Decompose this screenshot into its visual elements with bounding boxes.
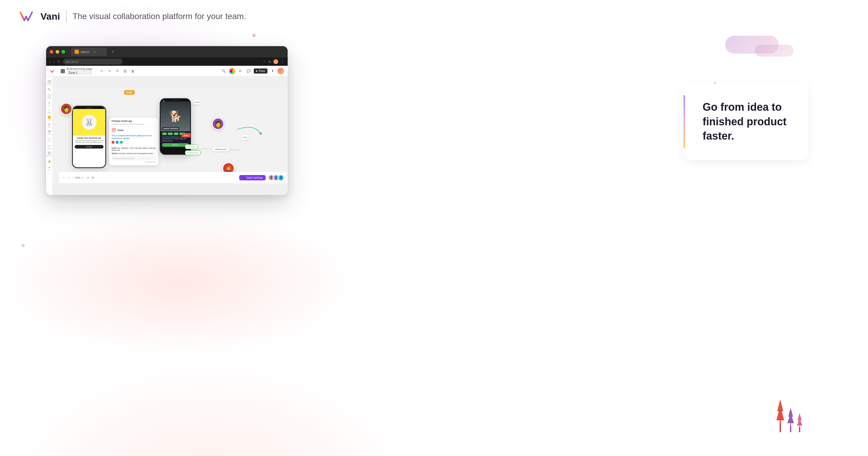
reaction-green: [120, 141, 123, 144]
sidebar-item-frame[interactable]: Frame: [46, 94, 52, 100]
sidebar-item-media[interactable]: 🖼 Media: [46, 130, 52, 136]
sidebar-item-notification[interactable]: 🔔: [46, 158, 52, 164]
comment-input-field[interactable]: Comment on @Tag someone: [112, 156, 156, 161]
comment-author-name: Sheila: [118, 129, 124, 131]
phone-left-notch: [73, 107, 105, 109]
comment-more-icon[interactable]: ⋯: [154, 129, 156, 131]
browser-tab-close[interactable]: ✕: [93, 50, 96, 54]
phone-left-content: Adopt Your favourite pet Find your favou…: [73, 136, 105, 150]
flow-button-icon: [256, 70, 258, 72]
phone-left-cta[interactable]: Find now: [75, 145, 103, 148]
comment-panel-title: Petadopt mobile app: [112, 120, 156, 122]
comment-author-avatar: [112, 128, 116, 133]
dog-adopt-button[interactable]: Adopt now: [162, 143, 189, 147]
comment-mention: @Keith: [123, 137, 129, 139]
sidebar-item-file[interactable]: 📄 File: [46, 137, 52, 143]
avatar-sheila-face: 👩: [61, 104, 72, 114]
toolbar-zone-label: Zone 1: [67, 70, 93, 75]
dog-nav-btn-2[interactable]: Care: [168, 133, 173, 135]
browser-url-text: app.vani.io: [65, 60, 79, 63]
canvas-avatar-woman: 👩: [212, 118, 224, 130]
toolbar-comment-button[interactable]: 💬: [245, 68, 252, 75]
browser-close-dot[interactable]: [50, 50, 53, 54]
toolbar-redo-button[interactable]: ↪: [106, 68, 113, 75]
chat-dot-2: [197, 102, 198, 103]
statusbar-print-icon[interactable]: 🖶: [92, 176, 94, 179]
browser-maximize-dot[interactable]: [62, 50, 65, 54]
comment-reply-2-text: Consider involving the development team.: [118, 152, 154, 154]
browser-minimize-dot[interactable]: [56, 50, 59, 54]
phone-right-top: [161, 99, 190, 102]
sidebar-item-text[interactable]: T Text: [46, 101, 52, 107]
flow-node-landing-label: Landing screen: [214, 148, 227, 150]
sidebar-item-pen[interactable]: ✏️: [46, 87, 52, 92]
sidebar-item-embed[interactable]: </> Embed: [46, 144, 52, 150]
browser-forward-button[interactable]: ›: [54, 59, 55, 64]
chat-dot-3: [198, 102, 199, 103]
browser-url-field[interactable]: app.vani.io: [63, 59, 123, 65]
sidebar-item-shapes[interactable]: ◇ Shapes: [46, 108, 52, 114]
toolbar-color-picker[interactable]: [229, 68, 235, 75]
app-logo-small: [50, 69, 55, 73]
cursor-dan-label: Dan: [182, 133, 191, 138]
toolbar-connect-button[interactable]: ⇌: [237, 68, 244, 75]
avatar-woman-face: 👩: [213, 118, 223, 129]
cursor-keith-label: Keith: [124, 90, 135, 95]
toolbar-delete-button[interactable]: 🗑: [130, 68, 136, 75]
browser-bookmark-icon[interactable]: ☆: [263, 60, 266, 64]
statusbar-fullscreen-icon[interactable]: ⤢: [67, 176, 70, 179]
toolbar-undo-button[interactable]: ↩: [99, 68, 105, 75]
browser-tab[interactable]: vani.io ✕: [71, 48, 107, 56]
statusbar-zoom-plus[interactable]: +: [82, 176, 83, 179]
browser-copy-icon[interactable]: ⧉: [268, 60, 271, 64]
statusbar-zoom-area: − 33% +: [72, 176, 83, 179]
toolbar-divider-1: [57, 68, 58, 74]
browser-profile-avatar[interactable]: [273, 59, 278, 64]
statusbar-grid-icon[interactable]: ⊞: [87, 176, 89, 179]
rabbit-icon: 🐰: [82, 115, 97, 130]
decorative-dot-2: [22, 244, 25, 247]
dog-nav-btn-1[interactable]: Info: [162, 133, 167, 135]
flow-button-label: Flow: [259, 69, 265, 73]
toolbar-share-button[interactable]: ⬆: [269, 68, 276, 75]
reaction-red: [112, 141, 115, 144]
toolbar-cursor-button[interactable]: ✛: [114, 68, 121, 75]
sidebar-item-messages[interactable]: 💬 Messages: [46, 151, 52, 157]
flow-button[interactable]: Flow: [254, 68, 268, 74]
start-catchup-button[interactable]: 📞 Start Catchup: [239, 175, 266, 180]
statusbar-zoom-minus[interactable]: −: [72, 176, 74, 179]
sidebar-item-sticky[interactable]: Sticky: [46, 115, 52, 121]
catchup-av-3-inner: 👤: [278, 175, 283, 180]
bg-blob-bottom: [0, 208, 357, 357]
browser-new-tab-button[interactable]: +: [112, 49, 114, 54]
svg-rect-11: [790, 426, 791, 432]
top-navigation: Vani The visual collaboration platform f…: [0, 0, 868, 33]
toolbar-search-button[interactable]: 🔍: [220, 68, 227, 75]
tree-3: [797, 411, 803, 432]
canvas-area: 🐰 Adopt Your favourite pet Find your fav…: [53, 88, 288, 183]
toolbar-link-button[interactable]: ⛓: [122, 68, 128, 75]
dog-image-area: 🐕 GERMAN SHEPHERD: [161, 102, 190, 131]
browser-tab-title: vani.io: [81, 50, 89, 54]
comment-reactions: [112, 141, 156, 144]
browser-refresh-button[interactable]: ↻: [57, 59, 61, 64]
phone-notch-bar: [172, 100, 179, 101]
sidebar-item-templates[interactable]: Templates: [46, 80, 52, 85]
comment-panel-subtitle: Consider involving the development team.: [112, 123, 156, 125]
statusbar-selection-icon[interactable]: ⊹: [63, 176, 65, 179]
browser-menu-icon[interactable]: ⋮: [280, 60, 284, 64]
comment-reply-author: Keith: [112, 147, 116, 149]
dog-nav-btn-3[interactable]: Diet: [174, 133, 179, 135]
comment-body-text: This is a request we've been getting a l…: [112, 134, 156, 140]
svg-marker-12: [787, 408, 794, 426]
toolbar-user-avatar[interactable]: [278, 68, 284, 75]
browser-chrome: vani.io ✕ +: [46, 46, 288, 57]
catchup-button-label: Start Catchup: [246, 176, 263, 179]
browser-back-button[interactable]: ‹: [50, 59, 51, 64]
canvas-avatar-sheila: 👩: [60, 103, 72, 115]
toolbar-divider-2: [95, 68, 96, 74]
sidebar-item-kits[interactable]: ⊕ Kits: [46, 165, 52, 171]
toolbar-page-icon: [61, 69, 65, 73]
sidebar-item-table[interactable]: ⊞ Table: [46, 122, 52, 128]
canvas-content: 🐰 Adopt Your favourite pet Find your fav…: [53, 88, 288, 183]
